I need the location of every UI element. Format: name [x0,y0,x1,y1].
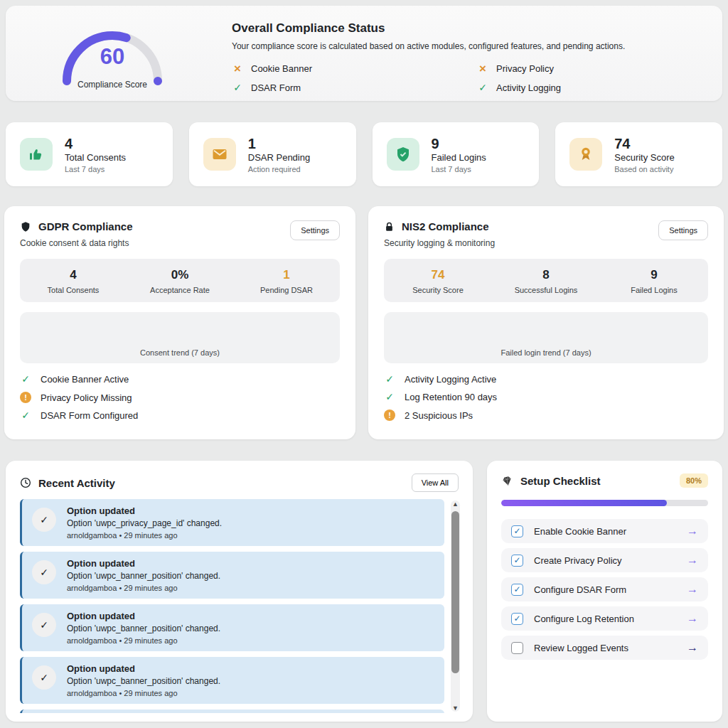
view-all-button[interactable]: View All [412,473,459,492]
activity-scrollbar[interactable]: ▲ ▼ [451,500,460,712]
module-stat-value: 9 [600,268,708,282]
checkbox[interactable] [511,642,523,654]
x-icon: × [232,64,243,73]
activity-title: Option updated [67,558,220,569]
gem-icon [501,475,513,487]
check-row: ✓ DSAR Form Configured [20,410,340,421]
activity-description: Option 'uwpc_privacy_page_id' changed. [67,518,222,528]
checkbox-check-icon: ✓ [513,526,520,536]
stat-value: 4 [65,136,126,151]
checklist-item-label: Enable Cookie Banner [534,526,676,537]
check-badge-icon: ✓ [32,613,56,637]
activity-meta: arnoldgamboa • 29 minutes ago [67,531,222,540]
gdpr-consent-trend-chart: Consent trend (7 days) [20,312,340,363]
clock-icon [20,477,31,488]
activity-item: ✓ Option updated Option 'uwpc_privacy_pa… [20,499,444,546]
checklist-item[interactable]: ✓ Create Privacy Policy → [501,548,708,572]
check-row: ✓ Log Retention 90 days [384,392,708,402]
check-row: ✓ Cookie Banner Active [20,374,340,385]
recent-activity-title: Recent Activity [38,477,115,489]
module-stat-value: 8 [492,268,600,282]
page-title: Overall Compliance Status [232,21,702,36]
checklist-item[interactable]: ✓ Configure Log Retention → [501,606,708,631]
stat-sublabel: Action required [248,165,310,173]
shield-check-icon [395,146,412,163]
compliance-dashboard: 60 Compliance Score Overall Compliance S… [0,0,728,728]
activity-title: Option updated [67,611,220,621]
nis2-stats-strip: 74 Security Score 8 Successful Logins 9 … [384,259,708,302]
stat-value: 74 [614,136,675,151]
gdpr-settings-button[interactable]: Settings [290,220,340,240]
checklist-item[interactable]: ✓ Configure DSAR Form → [501,577,708,601]
activity-meta: arnoldgamboa • 29 minutes ago [67,636,220,645]
activity-description: Option 'uwpc_banner_position' changed. [67,571,220,581]
page-subtitle: Your compliance score is calculated base… [232,41,702,51]
check-row: ✓ Activity Logging Active [384,374,708,385]
scroll-up-icon[interactable]: ▲ [451,500,460,508]
checkbox[interactable]: ✓ [511,525,523,537]
stat-card: 74 Security Score Based on activity [555,122,722,186]
nis2-card-subtitle: Security logging & monitoring [384,238,658,248]
check-badge-icon: ✓ [32,508,56,532]
progress-fill [501,500,667,506]
check-icon: ✓ [232,83,243,92]
module-stat-label: Successful Logins [492,286,600,294]
arrow-right-icon[interactable]: → [687,612,698,625]
setup-checklist-title: Setup Checklist [520,475,601,487]
warning-icon: ! [20,392,31,403]
checkbox[interactable]: ✓ [511,555,523,567]
module-stat: 1 Pending DSAR [233,268,340,294]
module-stat-label: Acceptance Rate [127,286,233,294]
recent-activity-card: Recent Activity View All ✓ Option update… [6,461,473,722]
module-status-item: ✓ DSAR Form [232,82,477,93]
module-stat: 8 Successful Logins [492,268,600,294]
checklist-item[interactable]: ✓ Enable Cookie Banner → [501,519,708,543]
nis2-compliance-card: NIS2 Compliance Security logging & monit… [368,206,724,439]
arrow-right-icon[interactable]: → [687,525,698,537]
arrow-right-icon[interactable]: → [687,583,698,596]
module-status-list: × Cookie Banner × Privacy Policy ✓ DSAR … [232,63,702,93]
activity-description: Option 'uwpc_banner_position' changed. [67,676,220,686]
module-status-label: Cookie Banner [251,63,312,74]
scroll-down-icon[interactable]: ▼ [451,705,460,712]
activity-list: ✓ Option updated Option 'uwpc_privacy_pa… [20,499,444,713]
module-stat: 9 Failed Logins [600,268,708,294]
stats-row: 4 Total Consents Last 7 days 1 DSAR Pend… [6,122,722,186]
module-status-item: ✓ Activity Logging [477,82,702,93]
module-stat-value: 74 [384,268,492,282]
module-status-label: Privacy Policy [496,63,554,74]
activity-item: ✓ Option updated Option 'uwpc_banner_pos… [20,552,444,599]
check-badge-icon: ✓ [32,560,56,584]
scrollbar-thumb[interactable] [451,511,459,673]
stat-value: 1 [248,136,310,151]
activity-title: Option updated [67,663,220,674]
module-stat: 74 Security Score [384,268,492,294]
module-stat-value: 0% [127,268,233,282]
activity-description: Option 'uwpc_banner_position' changed. [67,623,220,633]
check-row: ! Privacy Policy Missing [20,392,340,403]
nis2-settings-button[interactable]: Settings [658,220,708,240]
nis2-checks-list: ✓ Activity Logging Active ✓ Log Retentio… [384,374,708,421]
checkbox[interactable]: ✓ [511,613,523,625]
checklist-item-label: Configure Log Retention [534,614,676,624]
arrow-right-icon[interactable]: → [687,554,698,567]
thumbs-up-icon [28,146,45,163]
stat-label: DSAR Pending [248,152,310,163]
arrow-right-icon[interactable]: → [687,641,698,654]
activity-item: ✓ Option updated Option 'uwpc_banner_pos… [20,657,444,704]
stat-sublabel: Last 7 days [432,165,486,173]
check-icon: ✓ [384,392,395,402]
module-status-label: DSAR Form [251,82,301,93]
checkbox[interactable]: ✓ [511,584,523,596]
activity-item: ✓ Option updated Option 'uwpc_banner_pos… [20,710,444,713]
module-stat: 4 Total Consents [20,268,127,294]
checklist-item-label: Create Privacy Policy [534,555,676,566]
stat-label: Security Score [614,152,675,163]
stat-card: 9 Failed Logins Last 7 days [373,122,540,186]
warning-icon: ! [384,410,395,421]
compliance-score-label: Compliance Score [57,80,168,90]
shield-icon [20,221,31,232]
checklist-item[interactable]: Review Logged Events → [501,636,708,660]
stat-label: Failed Logins [432,152,486,163]
check-label: Log Retention 90 days [405,392,497,402]
